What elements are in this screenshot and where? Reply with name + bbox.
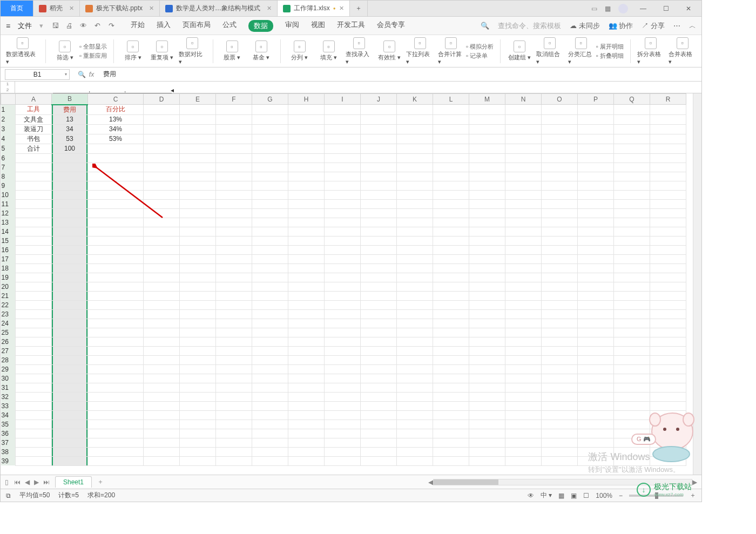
layout-icon[interactable]: ▭ — [591, 5, 597, 12]
cell[interactable] — [614, 300, 650, 309]
cell[interactable] — [52, 218, 88, 227]
cell[interactable] — [614, 429, 650, 438]
cell[interactable] — [469, 300, 505, 309]
cell[interactable] — [144, 392, 180, 401]
cell[interactable] — [361, 328, 397, 337]
cell[interactable] — [325, 172, 361, 181]
cell[interactable] — [88, 429, 144, 438]
cell[interactable] — [614, 438, 650, 447]
cell[interactable] — [52, 263, 88, 273]
cell[interactable] — [433, 199, 469, 208]
cell[interactable] — [614, 227, 650, 236]
cell[interactable] — [397, 172, 433, 181]
row-header[interactable]: 6 — [1, 153, 16, 163]
cell[interactable] — [180, 153, 216, 163]
cell[interactable] — [180, 420, 216, 429]
cell[interactable] — [325, 263, 361, 273]
row-header[interactable]: 18 — [1, 263, 16, 273]
cell[interactable] — [52, 291, 88, 300]
cell[interactable] — [52, 374, 88, 383]
cell[interactable] — [650, 199, 686, 208]
cell[interactable] — [16, 199, 52, 208]
more-icon[interactable]: ⋯ — [673, 22, 680, 30]
title-tab[interactable]: 首页 — [1, 1, 33, 16]
cell[interactable] — [288, 181, 325, 190]
cell[interactable] — [469, 337, 505, 346]
ribbon-button[interactable]: ▫有效性 ▾ — [377, 40, 402, 62]
cell[interactable] — [397, 447, 433, 456]
cell[interactable] — [542, 144, 578, 153]
cell[interactable] — [180, 199, 216, 208]
cell[interactable] — [325, 134, 361, 144]
cell[interactable] — [578, 300, 614, 309]
row-header[interactable]: 24 — [1, 319, 16, 328]
ribbon-mini-item[interactable]: ▫ 模拟分析 — [466, 43, 494, 51]
cell[interactable] — [180, 447, 216, 456]
cell[interactable] — [52, 429, 88, 438]
cell[interactable] — [542, 181, 578, 190]
cell[interactable] — [505, 172, 542, 181]
cell[interactable] — [52, 319, 88, 328]
cell[interactable] — [52, 392, 88, 401]
cell[interactable] — [288, 236, 325, 245]
cell[interactable] — [361, 181, 397, 190]
column-header[interactable]: Q — [614, 94, 650, 105]
column-resize-indicator[interactable]: ..◂ — [53, 82, 172, 93]
cell[interactable] — [325, 355, 361, 364]
cell[interactable] — [88, 172, 144, 181]
cell[interactable] — [216, 291, 252, 300]
cell[interactable] — [469, 364, 505, 374]
cell[interactable] — [361, 319, 397, 328]
cell[interactable] — [469, 383, 505, 392]
cell[interactable] — [325, 438, 361, 447]
cell[interactable] — [88, 291, 144, 300]
cell[interactable] — [288, 374, 325, 383]
cell[interactable]: 13% — [88, 114, 144, 124]
cell[interactable] — [361, 114, 397, 124]
cell[interactable] — [397, 254, 433, 263]
cell[interactable] — [361, 337, 397, 346]
row-header[interactable]: 15 — [1, 236, 16, 245]
cell[interactable] — [216, 410, 252, 420]
cell[interactable] — [180, 309, 216, 319]
cell[interactable] — [252, 273, 288, 282]
hscroll-left-icon[interactable]: ◀ — [428, 478, 433, 486]
cell[interactable] — [505, 447, 542, 456]
row-header[interactable]: 2 — [1, 114, 16, 124]
cell[interactable] — [180, 134, 216, 144]
row-header[interactable]: 26 — [1, 337, 16, 346]
cell[interactable] — [216, 163, 252, 172]
cell[interactable] — [505, 144, 542, 153]
cell[interactable] — [288, 410, 325, 420]
row-header[interactable]: 8 — [1, 172, 16, 181]
cell[interactable] — [52, 172, 88, 181]
view-normal-icon[interactable]: ▦ — [558, 492, 564, 499]
cell[interactable] — [433, 114, 469, 124]
cell[interactable] — [650, 227, 686, 236]
cell[interactable] — [650, 153, 686, 163]
cell[interactable] — [542, 355, 578, 364]
hscroll-right-icon[interactable]: ▶ — [692, 478, 697, 486]
cell[interactable] — [216, 429, 252, 438]
cell[interactable] — [180, 337, 216, 346]
cell[interactable] — [433, 291, 469, 300]
cell[interactable] — [469, 282, 505, 291]
cell[interactable] — [650, 245, 686, 254]
cell[interactable]: 53 — [52, 134, 88, 144]
find-icon[interactable]: 🔍 — [78, 71, 86, 78]
qa-print-icon[interactable]: 🖨 — [65, 22, 73, 30]
cell[interactable] — [469, 190, 505, 199]
cell[interactable] — [542, 410, 578, 420]
cell[interactable] — [578, 163, 614, 172]
cell[interactable] — [180, 282, 216, 291]
cell[interactable] — [614, 273, 650, 282]
close-window-button[interactable]: ✕ — [681, 5, 696, 12]
cell[interactable] — [397, 105, 433, 115]
cell[interactable] — [88, 420, 144, 429]
cell[interactable] — [216, 105, 252, 115]
cell[interactable] — [252, 374, 288, 383]
cell[interactable] — [180, 319, 216, 328]
cell[interactable] — [325, 410, 361, 420]
cell[interactable] — [505, 124, 542, 134]
cell[interactable] — [288, 208, 325, 218]
